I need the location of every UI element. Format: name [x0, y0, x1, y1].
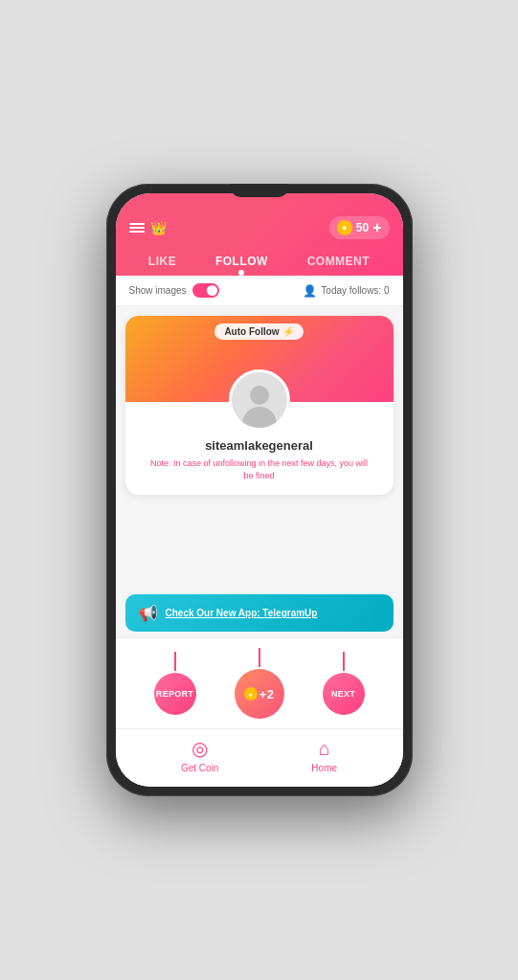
avatar-person-shape — [242, 372, 277, 428]
avatar-container — [229, 369, 290, 431]
tab-like[interactable]: LIKE — [139, 249, 186, 276]
get-coin-icon: ◎ — [191, 737, 208, 760]
warning-note: Note: In case of unfollowing in the next… — [139, 457, 380, 481]
report-line — [174, 652, 176, 671]
coin-area: ● 50 + — [329, 216, 390, 239]
header: 👑 ● 50 + LIKE FOLLOW COMMENT — [116, 193, 403, 276]
avatar — [229, 369, 290, 431]
tabs-bar: LIKE FOLLOW COMMENT — [129, 249, 390, 276]
show-images-control: Show images — [129, 283, 219, 298]
tab-comment[interactable]: COMMENT — [298, 249, 380, 276]
next-button[interactable]: NEXT — [323, 673, 365, 715]
header-top: 👑 ● 50 + — [129, 212, 390, 239]
spacer — [116, 504, 403, 589]
tab-follow[interactable]: FOLLOW — [206, 249, 278, 276]
megaphone-icon: 📢 — [139, 604, 158, 622]
follow-line — [259, 648, 260, 667]
coin-count: 50 — [356, 221, 369, 234]
bottom-nav: ◎ Get Coin ⌂ Home — [116, 728, 403, 787]
next-line — [343, 652, 345, 671]
main-content: Show images 👤 Today follows: 0 Auto Foll… — [116, 276, 403, 728]
crown-icon: 👑 — [150, 220, 167, 235]
avatar-body — [242, 407, 277, 428]
header-left: 👑 — [129, 220, 167, 235]
nav-get-coin[interactable]: ◎ Get Coin — [181, 737, 218, 773]
promo-banner[interactable]: 📢 Check Our New App: TelegramUp — [125, 594, 394, 632]
follows-today: 👤 Today follows: 0 — [303, 284, 389, 298]
card-banner: Auto Follow ⚡ — [125, 316, 394, 402]
lightning-icon: ⚡ — [282, 326, 294, 337]
profile-card: Auto Follow ⚡ siteamlakegeneral — [125, 316, 394, 495]
get-coin-label: Get Coin — [181, 763, 218, 773]
show-images-toggle[interactable] — [192, 283, 219, 298]
promo-text: Check Our New App: TelegramUp — [166, 608, 318, 618]
phone-frame: 👑 ● 50 + LIKE FOLLOW COMMENT — [106, 184, 413, 796]
follow-button[interactable]: ● +2 — [235, 669, 284, 719]
report-action: REPORT — [154, 652, 196, 715]
follow-coins-label: +2 — [259, 687, 274, 702]
today-follows-label: Today follows: 0 — [321, 285, 389, 296]
phone-screen: 👑 ● 50 + LIKE FOLLOW COMMENT — [116, 193, 403, 787]
home-icon: ⌂ — [319, 738, 330, 760]
coin-icon: ● — [337, 220, 352, 235]
username: siteamlakegeneral — [139, 438, 380, 453]
auto-follow-label: Auto Follow — [224, 326, 279, 337]
show-images-label: Show images — [129, 285, 187, 296]
home-label: Home — [311, 763, 337, 773]
add-coin-button[interactable]: + — [372, 219, 381, 236]
notch — [231, 184, 288, 197]
follow-action: ● +2 — [235, 648, 284, 719]
follow-coins: ● +2 — [244, 687, 274, 702]
controls-bar: Show images 👤 Today follows: 0 — [116, 276, 403, 306]
avatar-head — [250, 386, 269, 405]
auto-follow-badge: Auto Follow ⚡ — [214, 323, 303, 340]
next-action: NEXT — [323, 652, 365, 715]
person-icon: 👤 — [303, 284, 317, 298]
report-button[interactable]: REPORT — [154, 673, 196, 715]
action-buttons: REPORT ● +2 NEXT — [116, 637, 403, 728]
menu-icon[interactable] — [129, 223, 145, 233]
nav-home[interactable]: ⌂ Home — [311, 738, 337, 773]
follow-coin-icon: ● — [244, 687, 258, 701]
